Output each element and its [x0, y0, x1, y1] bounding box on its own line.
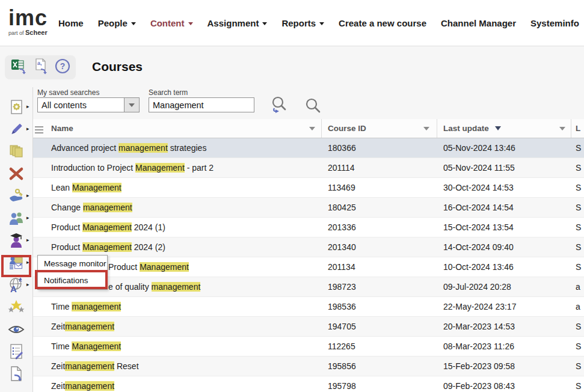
sidebar-item-edit[interactable]: ▸ — [0, 121, 33, 138]
filter-dropdown-icon[interactable] — [423, 127, 429, 130]
help-icon[interactable]: ? — [55, 58, 70, 76]
course-last-editor: S — [571, 163, 584, 173]
submenu-arrow-icon: ▸ — [26, 260, 29, 265]
course-name: Zeitmanagement Reset — [33, 361, 322, 371]
table-row[interactable]: Product Management 201134 10-Oct-2024 13… — [33, 257, 584, 277]
nav-item-systeminfo[interactable]: Systeminfo — [530, 18, 579, 28]
sort-descending-icon[interactable] — [495, 126, 501, 130]
course-last-editor: S — [571, 183, 584, 192]
nav-item-assignment[interactable]: Assignment — [207, 18, 268, 28]
highlighted-term: management — [118, 143, 168, 153]
menu-item-notifications[interactable]: Notifications — [38, 272, 107, 289]
nav-item-home-label: Home — [58, 18, 84, 28]
table-row[interactable]: Zeitmanagement 195798 09-Feb-2023 08:43 … — [33, 376, 584, 392]
course-last-update: 08-Mar-2023 11:26 — [437, 341, 571, 351]
search-icon[interactable] — [304, 96, 322, 117]
table-row[interactable]: Advanced project management strategies 1… — [33, 138, 584, 158]
table-row[interactable]: Zeitmanagement Reset 195856 15-Feb-2023 … — [33, 357, 584, 376]
column-header-course-id[interactable]: Course ID — [322, 119, 437, 138]
table-row[interactable]: Product Management 2024 (1) 201336 15-Oc… — [33, 218, 584, 237]
nav-item-reports[interactable]: Reports — [281, 18, 324, 28]
course-name: Product Management 2024 (2) — [33, 242, 322, 252]
course-last-update: 15-Feb-2023 09:58 — [437, 361, 571, 371]
submenu-arrow-icon: ▸ — [26, 215, 29, 221]
column-header-last-update[interactable]: Last update — [437, 119, 571, 138]
table-row[interactable]: Lean Management 113469 30-Oct-2024 14:53… — [33, 178, 584, 198]
saved-searches-value: All contents — [38, 100, 124, 110]
table-row[interactable]: Time Management 112265 08-Mar-2023 11:26… — [33, 337, 584, 357]
highlighted-term: management — [152, 282, 201, 292]
permissions-key-icon — [8, 188, 25, 204]
highlighted-term: Management — [135, 163, 185, 173]
course-last-update: 09-Jul-2024 20:28 — [437, 282, 571, 292]
translations-icon: A — [8, 277, 25, 293]
sidebar-item-preview[interactable] — [0, 321, 33, 338]
course-id: 180366 — [322, 143, 437, 153]
course-name: Time management — [33, 302, 322, 311]
filter-dropdown-icon[interactable] — [309, 127, 315, 130]
filter-dropdown-icon[interactable] — [559, 127, 565, 130]
course-last-editor: S — [571, 203, 584, 212]
export-page-icon — [8, 366, 25, 382]
sidebar-item-participants[interactable]: ▸ — [0, 210, 33, 227]
search-reset-icon[interactable] — [269, 95, 289, 118]
saved-searches-dropdown-button[interactable] — [124, 98, 139, 112]
ratings-icon — [8, 299, 25, 316]
sidebar-item-delete[interactable] — [0, 165, 33, 182]
course-id: 201340 — [322, 242, 437, 252]
edit-pencil-icon — [8, 121, 25, 138]
table-row[interactable]: Time management 198536 22-May-2024 23:17… — [33, 297, 584, 317]
sidebar-item-messages[interactable]: ▸ — [0, 254, 33, 271]
course-last-editor: S — [571, 361, 584, 371]
course-last-update: 15-Oct-2024 13:54 — [437, 222, 571, 232]
column-header-last-editor-label: L — [576, 124, 580, 133]
nav-item-home[interactable]: Home — [58, 18, 84, 28]
menu-item-message-monitor[interactable]: Message monitor — [38, 256, 107, 272]
chevron-down-icon — [262, 22, 267, 25]
sidebar-item-tutor[interactable]: ▸ — [0, 232, 33, 249]
nav-item-content[interactable]: Content — [150, 18, 193, 28]
sidebar-item-copy[interactable] — [0, 143, 33, 160]
table-row[interactable]: Introduction to Project Management - par… — [33, 158, 584, 178]
sidebar-item-export[interactable] — [0, 366, 33, 382]
evaluation-icon — [8, 343, 25, 360]
search-term-input[interactable] — [149, 97, 254, 112]
nav-item-people[interactable]: People — [98, 18, 136, 28]
nav-item-content-label: Content — [150, 18, 185, 28]
course-last-editor: a — [571, 302, 584, 311]
export-toolbar: a, ? — [5, 55, 76, 79]
table-row[interactable]: e of quality management 198723 09-Jul-20… — [33, 277, 584, 297]
nav-item-create-course[interactable]: Create a new course — [339, 18, 426, 28]
sidebar-item-permissions[interactable]: ▸ — [0, 188, 33, 204]
highlighted-term: management — [65, 361, 114, 371]
saved-searches-select[interactable]: All contents — [37, 97, 140, 112]
course-id: 180425 — [322, 203, 437, 212]
column-header-name[interactable]: Name — [33, 119, 322, 138]
sidebar-item-ratings[interactable] — [0, 299, 33, 316]
highlighted-term: Management — [72, 341, 121, 351]
nav-item-channel-manager[interactable]: Channel Manager — [441, 18, 516, 28]
sidebar-item-new-document[interactable]: ▸ — [0, 99, 33, 115]
course-name: Change management — [33, 203, 322, 212]
table-row[interactable]: Product Management 2024 (2) 201340 14-Oc… — [33, 237, 584, 257]
table-row[interactable]: Change management 180425 16-Oct-2024 14:… — [33, 198, 584, 218]
saved-searches-label: My saved searches — [37, 88, 99, 97]
chevron-down-icon — [188, 22, 193, 25]
chevron-down-icon — [129, 103, 135, 107]
imc-logo[interactable]: imc part of Scheer — [8, 7, 48, 36]
export-excel-icon[interactable] — [10, 58, 28, 77]
column-header-last-editor[interactable]: L — [571, 119, 584, 138]
sidebar-item-translations[interactable]: A ▸ — [0, 277, 33, 293]
messages-icon — [8, 254, 25, 271]
svg-text:A: A — [10, 284, 17, 293]
logo-tagline-prefix: part of — [8, 30, 25, 36]
action-sidebar: ▸ ▸ — [0, 87, 33, 392]
submenu-arrow-icon: ▸ — [26, 104, 29, 109]
copy-icon — [8, 143, 25, 160]
export-csv-icon[interactable]: a, — [34, 58, 49, 77]
table-row[interactable]: Zeitmanagement 194705 20-Mar-2023 14:53 … — [33, 317, 584, 337]
preview-eye-icon — [8, 321, 25, 338]
sidebar-item-evaluation[interactable] — [0, 343, 33, 360]
course-id: 195798 — [322, 381, 437, 391]
course-name: Product Management 2024 (1) — [33, 222, 322, 232]
